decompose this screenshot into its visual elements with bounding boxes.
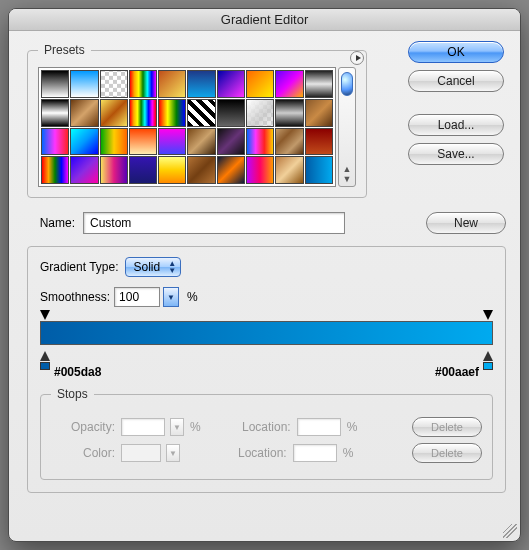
name-label: Name: [27,216,75,230]
scroll-down-icon[interactable]: ▼ [343,174,352,184]
opacity-field [121,418,165,436]
color-stops-row: #005da8 #00aaef [40,347,493,375]
preset-swatch[interactable] [187,70,215,98]
presets-scrollbar[interactable]: ▲ ▼ [338,67,356,187]
opacity-stop-right[interactable] [483,310,493,320]
preset-swatch[interactable] [158,156,186,184]
preset-swatch[interactable] [246,156,274,184]
save-button[interactable]: Save... [408,143,504,165]
preset-swatch[interactable] [158,99,186,127]
color-stop-left-well[interactable] [40,362,50,370]
preset-swatch[interactable] [158,70,186,98]
preset-swatch[interactable] [246,70,274,98]
preset-swatch[interactable] [187,99,215,127]
opacity-location-label: Location: [227,420,291,434]
load-button[interactable]: Load... [408,114,504,136]
preset-swatch[interactable] [275,99,303,127]
smoothness-row: Smoothness: ▼ % [40,287,493,307]
gradient-editor-window: Gradient Editor OK Cancel Load... Save..… [8,8,521,542]
preset-swatch[interactable] [217,99,245,127]
presets-grid [38,67,336,187]
ok-button[interactable]: OK [408,41,504,63]
preset-swatch[interactable] [275,128,303,156]
color-stop-right-well[interactable] [483,362,493,370]
preset-swatch[interactable] [41,70,69,98]
opacity-delete-button: Delete [412,417,482,437]
gradient-type-select[interactable]: Solid ▲▼ [125,257,182,277]
color-well [121,444,161,462]
opacity-location-unit: % [347,420,358,434]
opacity-stop-left[interactable] [40,310,50,320]
preset-swatch[interactable] [275,156,303,184]
gradient-type-value: Solid [134,260,161,274]
preset-swatch[interactable] [100,128,128,156]
preset-swatch[interactable] [129,70,157,98]
smoothness-unit: % [187,290,198,304]
preset-swatch[interactable] [129,99,157,127]
preset-swatch[interactable] [129,156,157,184]
preset-swatch[interactable] [70,156,98,184]
color-dropdown-icon: ▼ [166,444,180,462]
dialog-button-column: OK Cancel Load... Save... [408,41,504,165]
preset-swatch[interactable] [217,70,245,98]
new-button[interactable]: New [426,212,506,234]
preset-swatch[interactable] [70,70,98,98]
preset-swatch[interactable] [158,128,186,156]
scroll-up-icon[interactable]: ▲ [343,164,352,174]
smoothness-stepper[interactable]: ▼ [163,287,179,307]
gradient-bar[interactable] [40,321,493,345]
preset-swatch[interactable] [305,128,333,156]
opacity-stop-row: Opacity: ▼ % Location: % Delete [51,417,482,437]
smoothness-input[interactable] [114,287,160,307]
gradient-type-row: Gradient Type: Solid ▲▼ [40,257,493,277]
preset-swatch[interactable] [100,70,128,98]
preset-swatch[interactable] [70,99,98,127]
preset-swatch[interactable] [100,99,128,127]
preset-swatch[interactable] [41,99,69,127]
gradient-settings-group: Gradient Type: Solid ▲▼ Smoothness: ▼ % [27,246,506,493]
color-stop-row: Color: ▼ % Location: % Delete [51,443,482,463]
gradient-type-label: Gradient Type: [40,260,119,274]
preset-swatch[interactable] [275,70,303,98]
resize-grip-icon[interactable] [503,524,517,538]
preset-swatch[interactable] [217,128,245,156]
scrollbar-thumb[interactable] [341,72,353,96]
preset-swatch[interactable] [217,156,245,184]
color-stop-right-pointer[interactable] [483,351,493,361]
opacity-unit: % [190,420,201,434]
name-input[interactable] [83,212,345,234]
preset-swatch[interactable] [70,128,98,156]
color-stop-left-hex: #005da8 [54,365,101,379]
opacity-dropdown-icon: ▼ [170,418,184,436]
preset-swatch[interactable] [246,128,274,156]
color-location-unit: % [343,446,354,460]
color-delete-button: Delete [412,443,482,463]
color-label: Color: [51,446,115,460]
content: OK Cancel Load... Save... Presets ▲ ▼ N [9,31,520,541]
presets-group: Presets ▲ ▼ [27,43,367,198]
opacity-location-field [297,418,341,436]
presets-legend: Presets [38,43,91,57]
preset-swatch[interactable] [246,99,274,127]
preset-swatch[interactable] [41,128,69,156]
preset-swatch[interactable] [129,128,157,156]
stops-legend: Stops [51,387,94,401]
preset-swatch[interactable] [305,70,333,98]
opacity-label: Opacity: [51,420,115,434]
cancel-button[interactable]: Cancel [408,70,504,92]
presets-menu-icon[interactable] [350,51,364,65]
preset-swatch[interactable] [187,156,215,184]
stops-group: Stops Opacity: ▼ % Location: % Delete Co… [40,387,493,480]
preset-swatch[interactable] [305,99,333,127]
name-row: Name: New [27,212,506,234]
gradient-bar-editor: #005da8 #00aaef [40,321,493,375]
preset-swatch[interactable] [41,156,69,184]
preset-swatch[interactable] [187,128,215,156]
preset-swatch[interactable] [100,156,128,184]
preset-swatch[interactable] [305,156,333,184]
titlebar[interactable]: Gradient Editor [9,9,520,31]
color-stop-left-pointer[interactable] [40,351,50,361]
select-arrows-icon: ▲▼ [168,260,176,274]
smoothness-label: Smoothness: [40,290,110,304]
window-title: Gradient Editor [221,12,308,27]
